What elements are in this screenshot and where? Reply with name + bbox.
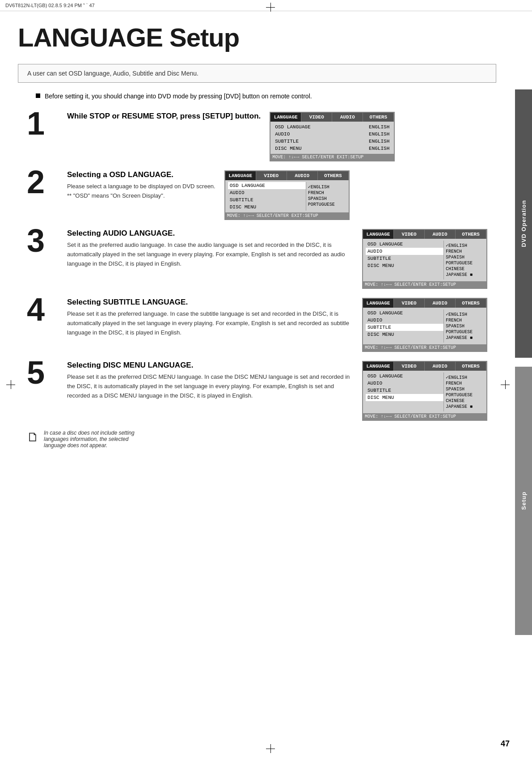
dvd-tab-2-0: LANGUAGE xyxy=(225,171,256,180)
dvd-option-3-2: SPANISH xyxy=(446,254,482,260)
dvd-row-2-3: DISC MENU xyxy=(228,203,306,211)
step-5: 5Selecting DISC MENU LANGUAGE.Please set… xyxy=(27,361,487,421)
dvd-option-4-4: JAPANESE ■ xyxy=(446,335,482,341)
meta-text: DV6T812N-LT(GB) 02.8.5 9:24 PM ˜ ` 47 xyxy=(5,3,95,8)
dvd-ui-1: LANGUAGEVIDEOAUDIOOTHERSOSD LANGUAGEENGL… xyxy=(270,112,395,161)
dvd-row-1-0: OSD LANGUAGEENGLISH xyxy=(273,123,391,131)
step-number-5: 5 xyxy=(27,356,58,389)
dvd-row-4-2: SUBTITLE xyxy=(366,324,443,331)
dvd-row-3-2: SUBTITLE xyxy=(366,255,443,262)
step-1: 1While STOP or RESUME STOP, press [SETUP… xyxy=(27,112,487,161)
step-content-3: Selecting AUDIO LANGUAGE.Set it as the p… xyxy=(67,229,487,289)
page-title: LANGUAGE Setup xyxy=(18,11,496,59)
dvd-tab-5-0: LANGUAGE xyxy=(363,362,394,371)
dvd-row-1-3: DISC MENUENGLISH xyxy=(273,145,391,152)
step-desc-2: Please select a language to be displayed… xyxy=(67,182,215,201)
dvd-option-3-4: CHINESE xyxy=(446,266,482,272)
dvd-option-5-5: JAPANESE ■ xyxy=(446,404,482,410)
dvd-row-3-0: OSD LANGUAGE xyxy=(366,241,443,248)
dvd-ui-3: LANGUAGEVIDEOAUDIOOTHERSOSD LANGUAGEAUDI… xyxy=(362,229,487,289)
crosshair-bottom xyxy=(266,744,275,753)
step-desc-5: Please set it as the preferred DISC MENU… xyxy=(67,373,353,400)
dvd-row-4-1: AUDIO xyxy=(366,317,443,324)
bullet-icon xyxy=(36,93,40,98)
dvd-tab-4-1: VIDEO xyxy=(394,299,425,308)
dvd-option-5-3: PORTUGUESE xyxy=(446,392,482,398)
dvd-tab-1-3: OTHERS xyxy=(363,113,394,122)
dvd-footer-1: MOVE: ↑↓←→ SELECT/ENTER EXIT:SETUP xyxy=(270,154,394,161)
dvd-tab-3-2: AUDIO xyxy=(425,230,456,239)
dvd-row-5-1: AUDIO xyxy=(366,380,443,387)
dvd-row-2-1: AUDIO xyxy=(228,189,306,196)
dvd-option-3-3: PORTUGUESE xyxy=(446,260,482,266)
dvd-row-5-0: OSD LANGUAGE xyxy=(366,373,443,380)
step-title-5: Selecting DISC MENU LANGUAGE. xyxy=(67,361,353,370)
dvd-row-4-3: DISC MENU xyxy=(366,331,443,338)
crosshair-left xyxy=(6,380,15,389)
setup-label: Setup xyxy=(520,491,527,510)
dvd-operation-label: DVD Operation xyxy=(520,200,527,247)
step-content-5: Selecting DISC MENU LANGUAGE.Please set … xyxy=(67,361,487,421)
step-title-1: While STOP or RESUME STOP, press [SETUP]… xyxy=(67,112,261,121)
dvd-row-2-0: OSD LANGUAGE xyxy=(228,182,306,189)
dvd-tab-1-0: LANGUAGE xyxy=(270,113,301,122)
step-number-3: 3 xyxy=(27,224,58,257)
dvd-row-2-2: SUBTITLE xyxy=(228,196,306,203)
dvd-option-2-2: SPANISH xyxy=(308,196,344,202)
dvd-option-2-0: ✓ENGLISH xyxy=(308,184,344,190)
dvd-tab-3-3: OTHERS xyxy=(456,230,486,239)
dvd-row-4-0: OSD LANGUAGE xyxy=(366,309,443,317)
dvd-tab-4-3: OTHERS xyxy=(456,299,486,308)
info-box: A user can set OSD language, Audio, Subt… xyxy=(18,64,496,83)
dvd-footer-3: MOVE: ↑↓←→ SELECT/ENTER EXIT:SETUP xyxy=(363,281,486,288)
dvd-row-1-1: AUDIOENGLISH xyxy=(273,131,391,138)
dvd-ui-4: LANGUAGEVIDEOAUDIOOTHERSOSD LANGUAGEAUDI… xyxy=(362,298,487,352)
dvd-row-3-3: DISC MENU xyxy=(366,262,443,269)
dvd-footer-5: MOVE: ↑↓←→ SELECT/ENTER EXIT:SETUP xyxy=(363,413,486,420)
dvd-row-5-3: DISC MENU xyxy=(366,394,443,401)
dvd-row-3-1: AUDIO xyxy=(366,248,443,255)
crosshair-right xyxy=(501,380,510,389)
dvd-option-2-3: PORTUGUESE xyxy=(308,202,344,207)
dvd-tab-4-2: AUDIO xyxy=(425,299,456,308)
dvd-tab-2-2: AUDIO xyxy=(287,171,318,180)
dvd-option-4-0: ✓ENGLISH xyxy=(446,311,482,318)
step-2: 2Selecting a OSD LANGUAGE.Please select … xyxy=(27,170,487,220)
dvd-row-5-2: SUBTITLE xyxy=(366,387,443,394)
dvd-tab-3-1: VIDEO xyxy=(394,230,425,239)
dvd-option-3-5: JAPANESE ■ xyxy=(446,272,482,278)
dvd-ui-5: LANGUAGEVIDEOAUDIOOTHERSOSD LANGUAGEAUDI… xyxy=(362,361,487,421)
dvd-tab-4-0: LANGUAGE xyxy=(363,299,394,308)
dvd-option-5-1: FRENCH xyxy=(446,381,482,386)
dvd-row-1-2: SUBTITLEENGLISH xyxy=(273,138,391,145)
dvd-tab-1-2: AUDIO xyxy=(332,113,363,122)
note-icon: 🗋 xyxy=(27,430,39,449)
dvd-footer-4: MOVE: ↑↓←→ SELECT/ENTER EXIT:SETUP xyxy=(363,344,486,351)
setup-sidebar: Setup xyxy=(515,367,532,635)
dvd-tab-3-0: LANGUAGE xyxy=(363,230,394,239)
step-desc-3: Set it as the preferred audio language. … xyxy=(67,241,353,268)
dvd-option-4-2: SPANISH xyxy=(446,323,482,329)
step-content-4: Selecting SUBTITLE LANGUAGE.Please set i… xyxy=(67,298,487,352)
step-title-2: Selecting a OSD LANGUAGE. xyxy=(67,170,215,179)
dvd-option-4-3: PORTUGUESE xyxy=(446,329,482,335)
step-4: 4Selecting SUBTITLE LANGUAGE.Please set … xyxy=(27,298,487,352)
dvd-option-3-1: FRENCH xyxy=(446,249,482,254)
dvd-footer-2: MOVE: ↑↓←→ SELECT/ENTER EXIT:SETUP xyxy=(225,212,349,219)
note-box: 🗋In case a disc does not include setting… xyxy=(27,430,139,449)
dvd-tab-5-1: VIDEO xyxy=(394,362,425,371)
dvd-tab-1-1: VIDEO xyxy=(301,113,332,122)
page-number: 47 xyxy=(501,739,510,749)
bullet-text: Before setting it, you should change int… xyxy=(45,92,312,101)
dvd-option-5-4: CHINESE xyxy=(446,398,482,404)
crosshair-top xyxy=(266,3,275,12)
dvd-tab-2-3: OTHERS xyxy=(318,171,349,180)
steps-container: 1While STOP or RESUME STOP, press [SETUP… xyxy=(18,112,496,449)
dvd-option-4-1: FRENCH xyxy=(446,318,482,323)
dvd-tab-2-1: VIDEO xyxy=(256,171,287,180)
dvd-ui-2: LANGUAGEVIDEOAUDIOOTHERSOSD LANGUAGEAUDI… xyxy=(224,170,350,220)
dvd-option-5-0: ✓ENGLISH xyxy=(446,374,482,381)
dvd-operation-sidebar: DVD Operation xyxy=(515,89,532,358)
step-3: 3Selecting AUDIO LANGUAGE.Set it as the … xyxy=(27,229,487,289)
dvd-option-3-0: ✓ENGLISH xyxy=(446,242,482,249)
